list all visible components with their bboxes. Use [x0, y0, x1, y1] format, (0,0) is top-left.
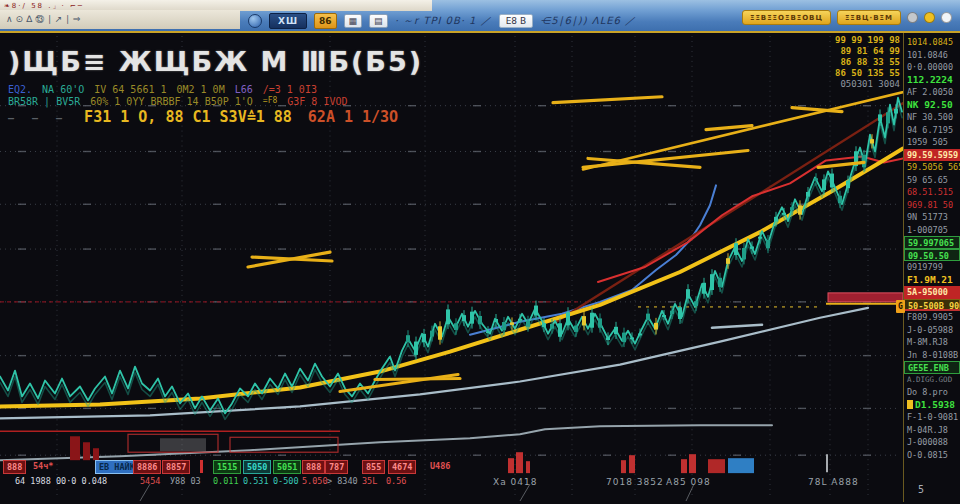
overlay-row: 99 99 199 98 — [835, 35, 900, 46]
toolbar: ΧШ 86 ▦ ▤ · ～r ΤΡΙ 0Β· 1 ／ Ε8 Β ⋲5∣6∣)) … — [248, 11, 636, 31]
indicator-segment: NA 60'O — [42, 84, 84, 95]
main-area: )ЩБ≡ ЖЩБЖ М ⅢБ(Б5) EQ2.NA 60'OIV 64 5661… — [0, 33, 960, 502]
indicator-row-2: BR58R | BV5R60% 1 0YY BRBBF 14 B50P 1'O=… — [8, 96, 347, 107]
overlay-row: 050301 3004 — [835, 79, 900, 90]
axis-price-row: F1.9M.21 — [904, 274, 960, 287]
axis-price-row: 969.81 50 — [904, 199, 960, 212]
axis-price-row: M-04R.J8 — [904, 424, 960, 437]
axis-price-row: 9N 51773 — [904, 211, 960, 224]
menu-strip[interactable]: ∧⊙∆⑬∣↗∣⇒ — [0, 10, 240, 29]
indicator-segment: EQ2. — [8, 84, 32, 95]
axis-price-row: 59 65.65 — [904, 174, 960, 187]
axis-price-row: 1-000705 — [904, 224, 960, 237]
axis-price-row: 68.51.515 — [904, 186, 960, 199]
indicator-segment: F31 1 O, 88 C1 S3V≙1 88 — [84, 108, 292, 126]
axis-price-row: D1.5938 — [904, 399, 960, 412]
indicator-segment: IV 64 5661 1 — [94, 84, 166, 95]
gold-action-button-2[interactable]: ΞΞΒЦ·ΒΞΜ — [837, 10, 901, 25]
axis-price-row: F809.9905 — [904, 311, 960, 324]
toolbar-annotation-2: ⋲5∣6∣)) ΛLΕ6 ／ — [540, 14, 636, 28]
quote-mode-button[interactable]: ΧШ — [269, 13, 307, 29]
overlay-row: 89 81 64 99 — [835, 46, 900, 57]
axis-price-row: 99.59.5959 — [904, 149, 960, 162]
axis-price-row: Do 8.pro — [904, 386, 960, 399]
titlebar: ❧8·/ 58 .」· ⌐─ ∧⊙∆⑬∣↗∣⇒ ΧШ 86 ▦ ▤ · ～r Τ… — [0, 0, 960, 33]
report-view-button[interactable]: ▤ — [369, 14, 388, 28]
axis-price-row: 0919799 — [904, 261, 960, 274]
axis-price-row: J-0-05988 — [904, 324, 960, 337]
axis-price-row: M-8M.RJ8 — [904, 336, 960, 349]
axis-price-row: 09.50.50 — [904, 249, 960, 262]
axis-price-row: 1014.0845 — [904, 36, 960, 49]
axis-price-row: 112.2224 — [904, 74, 960, 87]
axis-price-row: A.DIGG.GOD — [904, 374, 960, 387]
indicator-segment: 0M2 1 0M — [177, 84, 225, 95]
indicator-segment: BR58R | BV5R — [8, 96, 80, 107]
page-number: 5 — [918, 484, 924, 495]
axis-price-row: 59.5056 565 — [904, 161, 960, 174]
axis-price-row: AF 2.0050 — [904, 86, 960, 99]
toolbar-annotation-1: · ～r ΤΡΙ 0Β· 1 ／ — [395, 14, 492, 28]
indicator-row-1: EQ2.NA 60'OIV 64 5661 10M2 1 0ML66/=3 1 … — [8, 84, 317, 95]
indicator-segment: 60% 1 0YY BRBBF 14 B50P 1'O — [90, 96, 253, 107]
corner-quote-overlay: 99 99 199 9889 81 64 9986 88 33 5586 50 … — [835, 35, 900, 90]
axis-price-row: NK 92.50 — [904, 99, 960, 112]
indicator-segment: L66 — [235, 84, 253, 95]
overlay-row: 86 50 135 55 — [835, 68, 900, 79]
indicator-segment: =F8 — [263, 96, 277, 107]
price-axis-panel: 1014.0845101.08460·0.00000112.2224AF 2.0… — [903, 33, 960, 502]
toolbar-right: ΞΞΒΞΞΟΞΒΞΟΒЦ ΞΞΒЦ·ΒΞΜ — [742, 10, 952, 25]
axis-price-row: 5A-95000 — [904, 286, 960, 299]
axis-price-row: Jn 8-0108B — [904, 349, 960, 362]
chart-title: )ЩБ≡ ЖЩБЖ М ⅢБ(Б5) — [8, 46, 423, 77]
axis-price-row: 0·0.00000 — [904, 61, 960, 74]
axis-price-row: 94 6.7195 — [904, 124, 960, 137]
overlay-row: 86 88 33 55 — [835, 57, 900, 68]
axis-price-row: GE5E.ENB — [904, 361, 960, 374]
status-circle-white-icon[interactable] — [941, 12, 952, 23]
indicator-segment: G3F 8 IVOD — [287, 96, 347, 107]
status-circle-gray-icon[interactable] — [907, 12, 918, 23]
axis-price-row: NF 30.500 — [904, 111, 960, 124]
axis-price-row: 1959 505 — [904, 136, 960, 149]
e8b-button[interactable]: Ε8 Β — [499, 14, 533, 28]
axis-price-row: 101.0846 — [904, 49, 960, 62]
axis-price-row: 50-500B 900G — [904, 299, 960, 312]
indicator-row-3: — — —F31 1 O, 88 C1 S3V≙1 8862A 1 1/3O — [8, 108, 398, 126]
indicator-segment: 62A 1 1/3O — [308, 108, 398, 126]
axis-price-row: O-0.0815 — [904, 449, 960, 462]
kline-chart-area[interactable]: )ЩБ≡ ЖЩБЖ М ⅢБ(Б5) EQ2.NA 60'OIV 64 5661… — [0, 33, 903, 502]
indicator-segment: — — — — [8, 113, 68, 124]
app-logo-icon — [248, 14, 262, 28]
axis-price-row: J-000088 — [904, 436, 960, 449]
period-button[interactable]: 86 — [314, 13, 337, 29]
gold-action-button-1[interactable]: ΞΞΒΞΞΟΞΒΞΟΒЦ — [742, 10, 831, 25]
axis-price-row: 59.997065 — [904, 236, 960, 249]
trading-app-window: ❧8·/ 58 .」· ⌐─ ∧⊙∆⑬∣↗∣⇒ ΧШ 86 ▦ ▤ · ～r Τ… — [0, 0, 960, 504]
grid-view-button[interactable]: ▦ — [344, 14, 363, 28]
status-circle-gold-icon[interactable] — [924, 12, 935, 23]
axis-price-row: F-1-0-9081 — [904, 411, 960, 424]
indicator-segment: /=3 1 0I3 — [263, 84, 317, 95]
yellow-tag-icon — [907, 400, 913, 409]
